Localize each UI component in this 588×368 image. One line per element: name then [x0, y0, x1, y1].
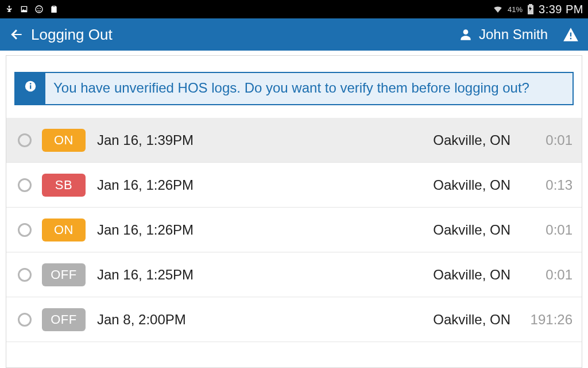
log-row-radio[interactable] [18, 268, 32, 282]
info-icon [16, 73, 45, 104]
log-row[interactable]: SBJan 16, 1:26PMOakville, ON0:13 [6, 163, 582, 208]
log-datetime: Jan 16, 1:39PM [97, 132, 433, 148]
log-location: Oakville, ON [433, 312, 510, 328]
image-icon [20, 5, 29, 14]
clipboard-icon [49, 5, 59, 14]
status-clock: 3:39 PM [539, 3, 583, 16]
log-row-radio[interactable] [18, 133, 32, 147]
status-chip: ON [42, 218, 86, 241]
info-banner: You have unverified HOS logs. Do you wan… [14, 72, 574, 105]
svg-point-2 [40, 8, 41, 9]
user-block[interactable]: John Smith [458, 26, 548, 43]
log-location: Oakville, ON [433, 177, 510, 193]
log-location: Oakville, ON [433, 132, 510, 148]
svg-point-3 [463, 29, 469, 34]
android-status-bar: 41% 3:39 PM [0, 0, 588, 18]
svg-point-6 [30, 83, 32, 85]
log-datetime: Jan 16, 1:26PM [97, 177, 433, 193]
log-duration: 0:01 [524, 132, 572, 148]
app-header: Logging Out John Smith [0, 18, 588, 51]
battery-percent-label: 41% [508, 5, 523, 14]
log-row[interactable]: OFFJan 8, 2:00PMOakville, ON191:26 [6, 297, 582, 342]
svg-rect-5 [30, 85, 31, 89]
log-location: Oakville, ON [433, 222, 510, 238]
usb-icon [5, 5, 14, 14]
back-button[interactable] [8, 26, 25, 43]
alert-button[interactable] [562, 25, 580, 44]
log-duration: 0:01 [524, 222, 572, 238]
person-icon [458, 27, 473, 42]
info-banner-message: You have unverified HOS logs. Do you wan… [45, 73, 537, 104]
log-row[interactable]: ONJan 16, 1:26PMOakville, ON0:01 [6, 208, 582, 252]
log-location: Oakville, ON [433, 267, 510, 283]
log-row[interactable]: OFFJan 16, 1:25PMOakville, ON0:01 [6, 252, 582, 297]
log-datetime: Jan 8, 2:00PM [97, 312, 433, 328]
log-row-radio[interactable] [18, 178, 32, 192]
svg-point-0 [36, 6, 42, 13]
log-row-radio[interactable] [18, 223, 32, 237]
svg-point-1 [37, 8, 38, 9]
log-duration: 0:13 [524, 177, 572, 193]
log-row-radio[interactable] [18, 313, 32, 327]
log-list: ONJan 16, 1:39PMOakville, ON0:01SBJan 16… [6, 118, 582, 342]
status-chip: OFF [42, 308, 86, 331]
log-duration: 191:26 [524, 312, 572, 328]
log-row[interactable]: ONJan 16, 1:39PMOakville, ON0:01 [6, 118, 582, 163]
status-chip: ON [42, 129, 86, 152]
log-datetime: Jan 16, 1:26PM [97, 222, 433, 238]
status-chip: SB [42, 174, 86, 197]
main-card: You have unverified HOS logs. Do you wan… [6, 55, 582, 368]
status-chip: OFF [42, 263, 86, 286]
log-datetime: Jan 16, 1:25PM [97, 267, 433, 283]
log-duration: 0:01 [524, 267, 572, 283]
page-title: Logging Out [31, 26, 458, 44]
user-name-label: John Smith [479, 26, 548, 43]
wifi-icon [493, 4, 503, 14]
battery-icon [527, 4, 534, 14]
face-icon [34, 5, 44, 14]
